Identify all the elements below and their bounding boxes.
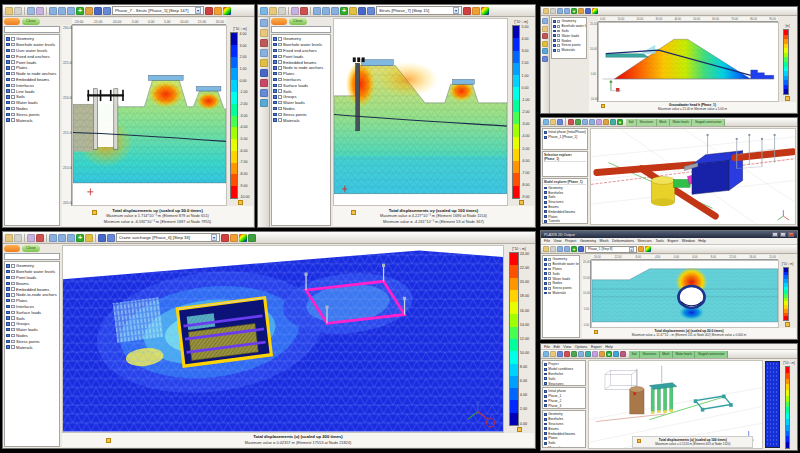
redo-icon[interactable]	[571, 351, 577, 357]
gauge-icon[interactable]	[472, 7, 480, 15]
maximize-button[interactable]	[780, 232, 786, 237]
plot-canvas[interactable]	[333, 18, 508, 206]
mode-tab[interactable]: Water levels	[673, 351, 695, 358]
visibility-checkbox[interactable]	[557, 25, 560, 28]
new-icon[interactable]	[260, 7, 268, 15]
mode-tab[interactable]: Structures	[640, 351, 660, 358]
table2-icon[interactable]	[260, 89, 268, 97]
menu-item[interactable]: View	[563, 345, 571, 349]
excavation-scene[interactable]	[73, 26, 226, 205]
add-structure-icon[interactable]: +	[606, 351, 612, 357]
tree-item[interactable]: Materials	[273, 117, 329, 123]
visibility-checkbox[interactable]	[278, 89, 282, 93]
point-icon[interactable]	[613, 351, 619, 357]
visibility-checkbox[interactable]	[11, 55, 15, 59]
menu-item[interactable]: View	[553, 239, 561, 243]
redo-icon[interactable]	[575, 119, 581, 125]
add-structure-icon[interactable]: +	[617, 119, 623, 125]
legend-options-icon[interactable]	[785, 96, 790, 101]
arrows-icon[interactable]	[205, 7, 213, 15]
phase-item[interactable]: Phase_3	[544, 403, 584, 408]
export-icon[interactable]	[27, 7, 35, 15]
new-icon[interactable]	[543, 119, 549, 125]
tab-close[interactable]: Close	[22, 245, 40, 252]
forces-view-icon[interactable]	[260, 79, 268, 87]
zoom-in-icon[interactable]	[313, 7, 321, 15]
report-icon[interactable]	[36, 7, 44, 15]
tab-output[interactable]	[271, 18, 287, 25]
tree-item[interactable]: Materials	[553, 48, 585, 53]
visibility-checkbox[interactable]	[11, 276, 15, 280]
plot-canvas[interactable]	[598, 22, 779, 102]
tree-item[interactable]: Materials	[544, 291, 578, 296]
plot-canvas[interactable]	[591, 260, 779, 328]
line-icon[interactable]	[592, 351, 598, 357]
tree-item[interactable]: Materials	[6, 117, 58, 123]
visibility-checkbox[interactable]	[278, 49, 282, 53]
visibility-checkbox[interactable]	[11, 78, 15, 82]
save-icon[interactable]	[557, 351, 563, 357]
excavation-3d-scene[interactable]	[63, 246, 503, 432]
print-icon[interactable]	[550, 8, 556, 14]
chevron-down-icon[interactable]: ▾	[453, 7, 459, 14]
visibility-checkbox[interactable]	[548, 272, 551, 275]
visibility-checkbox[interactable]	[278, 43, 282, 47]
zoom-in-icon[interactable]	[557, 8, 563, 14]
menu-item[interactable]: Expert	[668, 239, 679, 243]
mode-tab[interactable]: Mesh	[660, 351, 673, 358]
visibility-checkbox[interactable]	[11, 305, 15, 309]
tab-close[interactable]: Close	[22, 18, 40, 25]
visibility-checkbox[interactable]	[278, 84, 282, 88]
mesh-view-icon[interactable]	[248, 234, 256, 242]
load-icon[interactable]	[620, 351, 626, 357]
menu-item[interactable]: Geometry	[580, 239, 596, 243]
gauge-icon[interactable]	[638, 246, 644, 252]
add-view-icon[interactable]: +	[571, 8, 577, 14]
visibility-checkbox[interactable]	[11, 311, 15, 315]
visibility-checkbox[interactable]	[278, 37, 282, 41]
tab-output[interactable]	[4, 18, 20, 25]
wall-displacement-preview[interactable]	[765, 361, 780, 448]
select-icon[interactable]	[542, 18, 548, 24]
curves-icon[interactable]	[36, 234, 44, 242]
menu-item[interactable]: File	[544, 345, 550, 349]
phase-combo[interactable]: Phase_1 [Step 8] ▾	[585, 246, 637, 253]
visibility-checkbox[interactable]	[557, 44, 560, 47]
add-view-icon[interactable]: +	[340, 7, 348, 15]
phase-combo[interactable]: Struts [Phase_7] [Step 15] ▾	[376, 6, 462, 15]
tree-item[interactable]: Materials	[544, 446, 584, 448]
visibility-checkbox[interactable]	[11, 113, 15, 117]
report-icon[interactable]	[291, 7, 299, 15]
table-icon[interactable]	[367, 7, 375, 15]
visibility-checkbox[interactable]	[11, 72, 15, 76]
visibility-checkbox[interactable]	[11, 60, 15, 64]
mode-tab[interactable]: Water levels	[670, 119, 692, 126]
chevron-down-icon[interactable]: ▾	[629, 247, 634, 252]
visibility-checkbox[interactable]	[278, 55, 282, 59]
dam-scene[interactable]	[599, 23, 778, 101]
visibility-checkbox[interactable]	[11, 334, 15, 338]
hint-icon[interactable]	[85, 234, 93, 242]
mode-tab[interactable]: Staged construction	[692, 119, 725, 126]
open-icon[interactable]	[543, 8, 549, 14]
tree-item[interactable]: Tunnels	[544, 219, 586, 224]
open-icon[interactable]	[550, 351, 556, 357]
visibility-checkbox[interactable]	[548, 258, 551, 261]
mode-tab[interactable]: Staged construction	[695, 351, 728, 358]
visibility-checkbox[interactable]	[11, 95, 15, 99]
print-icon[interactable]	[14, 7, 22, 15]
visibility-checkbox[interactable]	[548, 268, 551, 271]
open-icon[interactable]	[269, 7, 277, 15]
visibility-checkbox[interactable]	[11, 43, 15, 47]
3d-plot-canvas[interactable]	[62, 245, 504, 433]
legend-options-icon[interactable]	[517, 427, 522, 432]
title-bar[interactable]: PLAXIS 2D Output	[541, 231, 797, 238]
zoom-in-icon[interactable]	[557, 246, 563, 252]
visibility-checkbox[interactable]	[557, 34, 560, 37]
phase-combo[interactable]: Phase_7 - Struts [Phase_5] [Step 147] ▾	[112, 6, 204, 15]
visibility-checkbox[interactable]	[557, 39, 560, 42]
hint-icon[interactable]	[349, 7, 357, 15]
borehole-icon[interactable]	[610, 119, 616, 125]
surface-icon[interactable]	[603, 119, 609, 125]
visibility-checkbox[interactable]	[548, 282, 551, 285]
